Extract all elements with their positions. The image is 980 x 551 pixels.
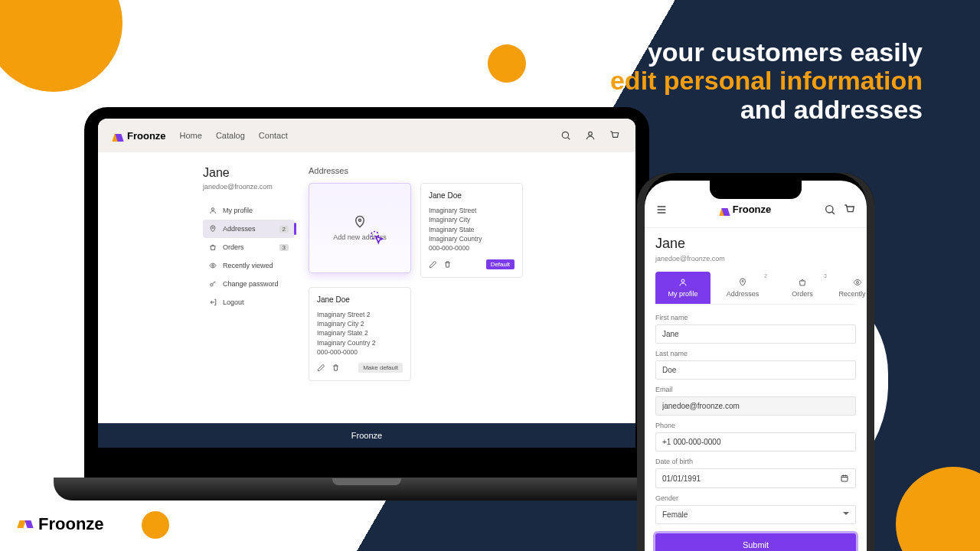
nav-brand[interactable]: Froonze <box>113 130 166 142</box>
logout-icon <box>209 298 217 306</box>
address-card-default: Jane Doe Imaginary Street Imaginary City… <box>420 183 523 278</box>
tab-label: Addresses <box>727 290 760 298</box>
sidebar-label: Logout <box>223 298 244 306</box>
headline-line3: and addresses <box>601 96 923 124</box>
user-name: Jane <box>203 166 295 180</box>
address-line: Imaginary City <box>429 215 514 224</box>
gender-value: Female <box>662 510 688 519</box>
tab-recent[interactable]: Recently vie <box>835 272 867 304</box>
edit-icon[interactable] <box>429 260 437 269</box>
cart-icon[interactable] <box>609 130 620 141</box>
email-label: Email <box>655 386 856 393</box>
footer-logo: Froonze <box>18 514 104 534</box>
search-icon[interactable] <box>824 204 836 216</box>
calendar-icon <box>840 474 849 483</box>
svg-rect-12 <box>841 476 848 482</box>
cursor-click-icon <box>368 229 390 250</box>
address-name: Jane Doe <box>317 295 403 304</box>
orange-circle <box>488 44 526 83</box>
phone-tabs: My profile 2 Addresses 3 Orders Recently… <box>655 272 856 305</box>
svg-point-0 <box>562 132 568 138</box>
dob-label: Date of birth <box>655 458 856 465</box>
laptop-screen: Froonze Home Catalog Contact Jane janedo… <box>98 119 635 448</box>
pin-icon <box>209 225 217 233</box>
sidebar-item-recent[interactable]: Recently viewed <box>203 256 295 275</box>
search-icon[interactable] <box>560 130 571 141</box>
laptop-footer: Froonze <box>98 423 635 448</box>
trash-icon[interactable] <box>443 260 452 269</box>
nav-brand-text: Froonze <box>127 130 166 142</box>
svg-point-9 <box>681 279 684 282</box>
dob-input[interactable]: 01/01/1991 <box>655 468 856 488</box>
dob-value: 01/01/1991 <box>662 474 701 483</box>
phone-user-email: janedoe@froonze.com <box>655 255 856 262</box>
sidebar-label: Recently viewed <box>223 262 273 269</box>
logo-icon <box>113 131 122 140</box>
email-input[interactable] <box>655 396 856 416</box>
gender-select[interactable]: Female <box>655 505 856 524</box>
phone-brand[interactable]: Froonze <box>720 204 772 215</box>
sidebar-item-logout[interactable]: Logout <box>203 293 295 311</box>
nav-link-home[interactable]: Home <box>180 131 202 140</box>
sidebar-label: Change password <box>223 280 279 288</box>
sidebar-item-profile[interactable]: My profile <box>203 201 295 220</box>
count-badge: 2 <box>279 226 289 233</box>
add-address-card[interactable]: Add new address <box>309 183 411 273</box>
address-line: 000-000-0000 <box>317 347 403 357</box>
brand-name: Froonze <box>38 514 104 534</box>
laptop-frame: Froonze Home Catalog Contact Jane janedo… <box>84 107 649 490</box>
phone-frame: Froonze Jane janedoe@froonze.com My prof… <box>637 173 874 551</box>
eye-icon <box>853 278 862 287</box>
first-name-input[interactable] <box>655 324 856 344</box>
sidebar-item-addresses[interactable]: Addresses 2 <box>203 220 295 238</box>
address-line: Imaginary State <box>429 225 514 234</box>
count-badge: 2 <box>764 273 767 279</box>
user-icon[interactable] <box>585 130 596 141</box>
phone-notch <box>710 181 802 199</box>
address-line: Imaginary Country <box>429 234 514 243</box>
sidebar-item-change-password[interactable]: Change password <box>203 275 295 293</box>
svg-point-1 <box>589 132 593 135</box>
brand-text: Froonze <box>733 204 772 215</box>
tab-addresses[interactable]: 2 Addresses <box>715 272 770 304</box>
svg-point-8 <box>826 205 833 212</box>
count-badge: 3 <box>824 273 827 279</box>
svg-point-3 <box>212 227 214 229</box>
nav-link-catalog[interactable]: Catalog <box>216 131 245 140</box>
edit-icon[interactable] <box>317 364 325 372</box>
tab-profile[interactable]: My profile <box>655 272 710 304</box>
sidebar-label: Orders <box>223 243 244 251</box>
address-line: 000-000-0000 <box>429 243 514 253</box>
menu-icon[interactable] <box>655 204 668 216</box>
svg-point-11 <box>857 282 859 284</box>
pin-icon <box>738 278 747 287</box>
default-badge: Default <box>486 259 514 269</box>
bag-icon <box>209 243 217 251</box>
trash-icon[interactable] <box>332 364 340 372</box>
bag-icon <box>798 278 807 287</box>
eye-icon <box>209 262 217 269</box>
address-line: Imaginary City 2 <box>317 319 403 328</box>
make-default-button[interactable]: Make default <box>358 363 403 373</box>
svg-point-2 <box>211 208 214 210</box>
addresses-section: Addresses Add new address Jane Doe Imagi… <box>309 166 531 409</box>
section-title: Addresses <box>309 166 531 175</box>
laptop-nav: Froonze Home Catalog Contact <box>98 119 635 152</box>
laptop-base <box>54 478 680 500</box>
phone-label: Phone <box>655 422 856 429</box>
address-line: Imaginary Street <box>429 206 514 215</box>
headline-line1: Let your customers easily <box>601 38 923 67</box>
svg-point-4 <box>212 265 214 267</box>
sidebar-label: Addresses <box>223 225 256 233</box>
phone-input[interactable] <box>655 432 856 452</box>
first-name-label: First name <box>655 314 856 321</box>
hero-headline: Let your customers easily edit personal … <box>601 38 923 124</box>
headline-line2: edit personal information <box>601 67 923 95</box>
phone-screen: Froonze Jane janedoe@froonze.com My prof… <box>645 181 867 551</box>
sidebar-item-orders[interactable]: Orders 3 <box>203 238 295 256</box>
last-name-input[interactable] <box>655 360 856 380</box>
submit-button[interactable]: Submit <box>655 533 856 551</box>
nav-link-contact[interactable]: Contact <box>259 131 288 140</box>
tab-orders[interactable]: 3 Orders <box>775 272 830 304</box>
cart-icon[interactable] <box>844 204 856 216</box>
